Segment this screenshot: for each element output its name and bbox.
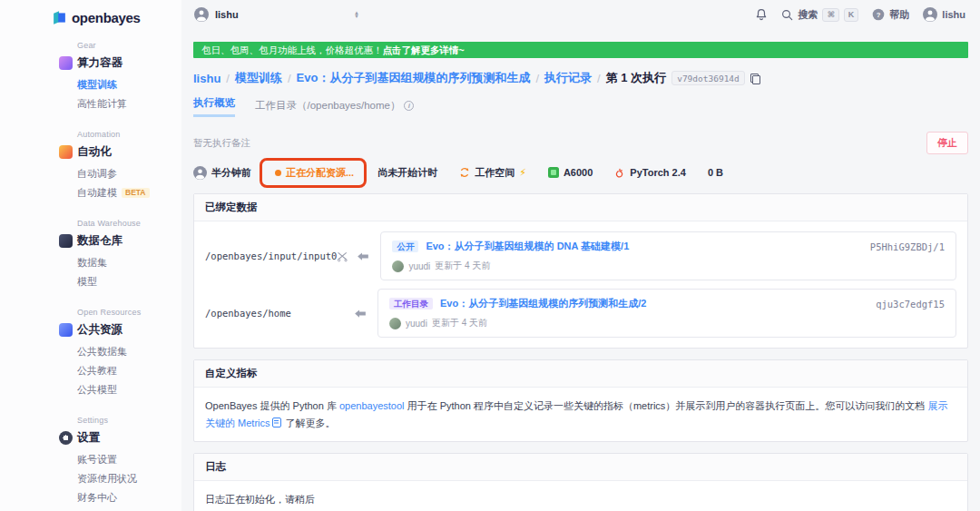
brand-name: openbayes xyxy=(72,10,141,25)
dataset-id: qju3c7edgf15 xyxy=(876,299,945,310)
logs-card: 日志 日志正在初始化，请稍后 xyxy=(193,453,968,511)
dataset-link[interactable]: Evo：从分子到基因组规模的序列预测和生成/2 xyxy=(440,297,646,310)
breadcrumb-user[interactable]: lishu xyxy=(193,72,220,85)
breadcrumb-separator: / xyxy=(597,72,601,85)
help-button[interactable]: ? 帮助 xyxy=(872,8,909,22)
bound-data-row: /openbayes/input/input0 公开 Evo：从分子到基因组规模… xyxy=(205,231,956,280)
help-icon: ? xyxy=(872,8,885,21)
compute-containers-icon xyxy=(59,56,73,70)
breadcrumb-separator: / xyxy=(535,72,539,85)
breadcrumb-separator: / xyxy=(226,72,230,85)
svg-text:?: ? xyxy=(877,11,881,19)
main-area: lishu ▲▼ 搜索 ⌘ K ? 帮助 xyxy=(181,0,980,511)
sidebar-item-public-tutorials[interactable]: 公共教程 xyxy=(77,365,181,377)
dataset-id: P5HhiG9ZBDj/1 xyxy=(870,241,945,252)
tab-bar: 执行概览 工作目录（/openbayes/home） i xyxy=(193,96,968,117)
status-size: 0 B xyxy=(708,167,723,178)
sidebar-item-datasets[interactable]: 数据集 xyxy=(77,257,181,269)
topbar-right: 搜索 ⌘ K ? 帮助 lishu xyxy=(755,7,965,22)
sidebar-item-settings[interactable]: 设置 xyxy=(59,430,181,446)
sidebar-item-model-training[interactable]: 模型训练 xyxy=(77,79,181,91)
app-window: openbayes Gear 算力容器 模型训练 高性能计算 Automatio… xyxy=(0,0,980,511)
main-gray-region: lishu ▲▼ 搜索 ⌘ K ? 帮助 xyxy=(181,0,980,511)
openbayestool-link[interactable]: openbayestool xyxy=(339,400,405,411)
promo-banner[interactable]: 包日、包周、包月功能上线，价格超优惠！点击了解更多详情~ xyxy=(193,42,968,58)
openbayes-logo[interactable]: openbayes xyxy=(0,6,181,28)
breadcrumb-project[interactable]: Evo：从分子到基因组规模的序列预测和生成 xyxy=(297,70,531,86)
breadcrumb-run-records[interactable]: 执行记录 xyxy=(544,70,592,86)
sidebar-item-public-datasets[interactable]: 公共数据集 xyxy=(77,346,181,358)
owner-avatar xyxy=(389,318,401,329)
breadcrumb-model-training[interactable]: 模型训练 xyxy=(235,70,282,86)
info-icon: i xyxy=(404,101,414,111)
breadcrumb-current-run: 第 1 次执行 xyxy=(606,70,666,86)
automation-icon xyxy=(59,145,73,159)
bound-dataset-card: 公开 Evo：从分子到基因组规模的 DNA 基础建模/1 P5HhiG9ZBDj… xyxy=(380,231,956,280)
status-time-ago: 半分钟前 xyxy=(193,166,251,180)
custom-metrics-title: 自定义指标 xyxy=(194,360,967,388)
lightning-icon: ⚡ xyxy=(519,167,526,179)
copy-icon[interactable] xyxy=(750,74,760,84)
search-label: 搜索 xyxy=(798,8,818,22)
owner-avatar xyxy=(392,260,404,272)
sidebar-item-automation[interactable]: 自动化 xyxy=(59,144,181,160)
sidebar-item-models[interactable]: 模型 xyxy=(77,276,181,288)
sidebar-item-compute-containers[interactable]: 算力容器 xyxy=(59,55,181,71)
breadcrumb: lishu / 模型训练 / Evo：从分子到基因组规模的序列预测和生成 / 执… xyxy=(193,70,968,86)
sidebar-item-account-settings[interactable]: 账号设置 xyxy=(77,454,181,466)
status-workspace-mode: 工作空间 ⚡ xyxy=(459,166,526,180)
search-icon xyxy=(781,9,793,21)
sidebar-item-public-models[interactable]: 公共模型 xyxy=(77,384,181,396)
tab-run-overview[interactable]: 执行概览 xyxy=(193,96,235,117)
nav-section-data-warehouse: Data Warehouse 数据仓库 数据集 模型 xyxy=(59,219,181,288)
logs-title: 日志 xyxy=(194,454,967,481)
promo-link[interactable]: 点击了解更多详情~ xyxy=(383,44,465,55)
owner-name[interactable]: yuudi xyxy=(408,261,430,271)
note-row: 暂无执行备注 停止 xyxy=(193,132,968,154)
run-note: 暂无执行备注 xyxy=(193,137,250,150)
sidebar-item-billing-center[interactable]: 财务中心 xyxy=(77,492,181,504)
dataset-owner-row: yuudi 更新于 4 天前 xyxy=(389,317,945,329)
search-button[interactable]: 搜索 ⌘ K xyxy=(781,8,858,22)
kbd-cmd: ⌘ xyxy=(822,8,838,22)
sidebar-item-resource-usage[interactable]: 资源使用状况 xyxy=(77,473,181,485)
sidebar-item-data-warehouse[interactable]: 数据仓库 xyxy=(59,233,181,249)
pytorch-icon xyxy=(614,167,625,179)
mount-path: /openbayes/home xyxy=(205,308,377,319)
stop-button[interactable]: 停止 xyxy=(926,132,968,154)
sidebar-item-auto-tuning[interactable]: 自动调参 xyxy=(77,168,181,180)
bound-data-card: 已绑定数据 /openbayes/input/input0 xyxy=(193,193,968,349)
account-menu[interactable]: lishu xyxy=(923,7,965,22)
nav-section-settings: Settings 设置 账号设置 资源使用状况 财务中心 通知设置 SSH 设置… xyxy=(59,416,181,511)
bound-dataset-card: 工作目录 Evo：从分子到基因组规模的序列预测和生成/2 qju3c7edgf1… xyxy=(377,289,956,338)
sidebar-item-open-resources[interactable]: 公共资源 xyxy=(59,322,181,338)
owner-name[interactable]: yuudi xyxy=(406,319,427,329)
bound-data-body: /openbayes/input/input0 公开 Evo：从分子到基因组规模… xyxy=(194,221,967,348)
status-timer: 尚未开始计时 xyxy=(377,166,437,180)
kbd-k: K xyxy=(844,8,859,22)
unbind-scissors-icon[interactable] xyxy=(337,251,348,262)
status-dot-icon xyxy=(275,170,281,176)
section-label: Open Resources xyxy=(77,308,181,317)
doc-icon[interactable] xyxy=(272,418,281,427)
sidebar-item-hpc[interactable]: 高性能计算 xyxy=(77,98,181,110)
gpu-icon xyxy=(548,167,559,178)
status-framework: PyTorch 2.4 xyxy=(614,167,686,179)
page-content: 包日、包周、包月功能上线，价格超优惠！点击了解更多详情~ lishu / 模型训… xyxy=(181,29,980,511)
workdir-badge: 工作目录 xyxy=(389,298,433,310)
data-warehouse-icon xyxy=(59,234,73,248)
sidebar-item-auto-modeling[interactable]: 自动建模 BETA xyxy=(77,187,181,199)
open-resources-icon xyxy=(59,323,73,337)
dataset-link[interactable]: Evo：从分子到基因组规模的 DNA 基础建模/1 xyxy=(426,240,629,253)
breadcrumb-separator: / xyxy=(288,72,291,85)
section-label: Gear xyxy=(77,41,181,50)
topbar: lishu ▲▼ 搜索 ⌘ K ? 帮助 xyxy=(181,0,980,29)
tab-working-directory[interactable]: 工作目录（/openbayes/home） i xyxy=(255,99,414,117)
bell-icon xyxy=(755,8,768,21)
workspace-selector[interactable]: lishu ▲▼ xyxy=(194,7,359,22)
mount-path: /openbayes/input/input0 xyxy=(205,251,380,262)
arrow-left-icon xyxy=(354,309,367,319)
notifications-button[interactable] xyxy=(755,8,768,21)
bound-data-title: 已绑定数据 xyxy=(194,194,967,221)
workspace-name: lishu xyxy=(215,9,239,20)
